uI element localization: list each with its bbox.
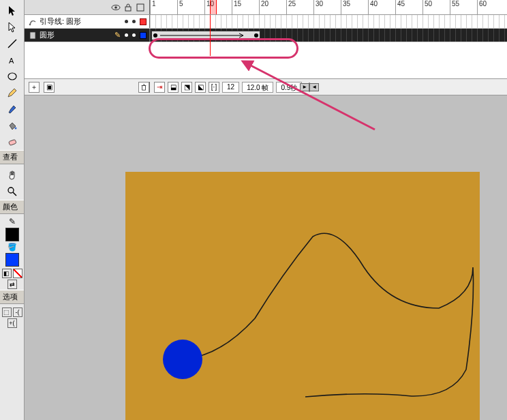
brush-tool[interactable] [3, 102, 21, 117]
ruler-tick: 50 [422, 0, 450, 14]
layer-visible-dot[interactable] [125, 20, 128, 23]
ruler-tick: 45 [395, 0, 422, 14]
color-section-label: 颜色 [0, 200, 24, 214]
options-section-label: 选项 [0, 290, 24, 304]
svg-point-2 [8, 73, 16, 80]
zoom-tool[interactable] [3, 184, 21, 199]
frame-ruler[interactable]: 151015202530354045505560 [150, 0, 507, 14]
ruler-tick: 35 [341, 0, 368, 14]
layer-visible-dot[interactable] [125, 33, 128, 37]
onion-skin-button[interactable]: ⬓ [168, 82, 179, 93]
default-colors-button[interactable]: ◧ [2, 269, 12, 278]
svg-point-11 [29, 23, 31, 25]
ruler-tick: 40 [368, 0, 395, 14]
layer-label-guide[interactable]: 引导线: 圆形 [25, 15, 150, 28]
delete-layer-button[interactable] [138, 82, 149, 93]
guide-layer-icon [29, 18, 37, 26]
svg-rect-10 [137, 4, 144, 11]
current-frame-field: 12 [222, 82, 239, 93]
snap-option-button[interactable]: ⬚ [2, 308, 12, 317]
pencil-active-icon: ✎ [114, 31, 121, 40]
eye-column-icon[interactable] [111, 3, 121, 12]
layer-lock-dot[interactable] [132, 33, 136, 37]
eraser-tool[interactable] [3, 134, 21, 149]
layer-row-shape[interactable]: 圆形 ✎ [25, 29, 507, 42]
layer-name-guide: 引导线: 圆形 [40, 16, 81, 27]
playhead-line [210, 15, 211, 56]
straighten-option-button[interactable]: +( [7, 318, 17, 328]
ruler-tick: 10 [204, 0, 232, 14]
view-section-label: 查看 [0, 150, 24, 164]
timeline-panel: 151015202530354045505560 引导线: 圆形 圆形 ✎ [25, 0, 507, 95]
svg-point-3 [14, 127, 16, 130]
paint-bucket-tool[interactable] [3, 118, 21, 133]
subselection-tool[interactable] [3, 20, 21, 35]
ruler-tick: 15 [232, 0, 259, 14]
layer-frames-guide[interactable] [150, 15, 507, 28]
layer-label-shape[interactable]: 圆形 ✎ [25, 29, 150, 42]
ruler-tick: 20 [259, 0, 286, 14]
timeline-scrollbar[interactable]: ◄ ► [309, 82, 310, 92]
ruler-tick: 30 [313, 0, 341, 14]
outline-column-icon[interactable] [136, 3, 145, 12]
svg-line-0 [8, 40, 16, 48]
new-layer-button[interactable]: ＋ [29, 82, 40, 93]
svg-text:A: A [9, 57, 14, 65]
shape-circle[interactable] [163, 340, 202, 379]
layer-row-guide[interactable]: 引导线: 圆形 [25, 15, 507, 29]
timeline-header: 151015202530354045505560 [25, 0, 507, 15]
stroke-color-swatch[interactable] [5, 228, 19, 241]
no-color-button[interactable] [13, 269, 22, 278]
modify-onion-button[interactable]: [·] [209, 82, 219, 93]
svg-rect-4 [8, 139, 16, 145]
ruler-tick: 55 [450, 0, 477, 14]
layer-column-header [25, 0, 150, 14]
ruler-tick: 25 [286, 0, 313, 14]
edit-multiple-frames-button[interactable]: ⬕ [195, 82, 206, 93]
layer-frames-shape[interactable] [150, 29, 507, 42]
pencil-tool[interactable] [3, 85, 21, 100]
smooth-option-button[interactable]: -( [13, 308, 22, 317]
keyframe-end[interactable] [254, 33, 258, 38]
timeline-status-bar: ＋ ▣ ⇥ ⬓ ⬔ ⬕ [·] 12 12.0 帧 0.9秒 ◄ ► [25, 78, 507, 95]
new-folder-button[interactable]: ▣ [44, 82, 55, 93]
line-tool[interactable] [3, 36, 21, 51]
hand-tool[interactable] [3, 168, 21, 183]
layer-name-shape: 圆形 [40, 30, 55, 40]
playhead[interactable] [210, 0, 217, 14]
ruler-tick: 5 [177, 0, 204, 14]
svg-point-8 [114, 6, 117, 9]
svg-line-6 [13, 192, 16, 196]
layer-outline-swatch[interactable] [140, 18, 147, 25]
stage[interactable] [125, 172, 480, 420]
scroll-right-button[interactable]: ► [300, 83, 309, 91]
onion-skin-outlines-button[interactable]: ⬔ [181, 82, 192, 93]
tween-span[interactable] [151, 31, 260, 40]
page-layer-icon [29, 31, 37, 40]
bucket-swatch-icon: 🪣 [7, 243, 17, 252]
ruler-tick: 60 [477, 0, 504, 14]
oval-tool[interactable] [3, 69, 21, 84]
tools-panel: A 查看 颜色 ✎ 🪣 ◧ ⇄ 选项 ⬚ -( +( [0, 0, 25, 420]
fill-color-swatch[interactable] [5, 253, 19, 267]
elapsed-field: 0.9秒 [276, 82, 302, 93]
svg-rect-9 [125, 7, 131, 11]
layer-lock-dot[interactable] [132, 20, 136, 23]
stage-area[interactable] [25, 95, 507, 420]
fps-field: 12.0 帧 [242, 82, 273, 93]
text-tool[interactable]: A [3, 52, 21, 68]
lock-column-icon[interactable] [123, 3, 133, 12]
selection-tool[interactable] [3, 3, 21, 18]
pencil-swatch-icon: ✎ [9, 217, 16, 226]
scroll-left-button[interactable]: ◄ [309, 83, 319, 91]
layer-outline-swatch[interactable] [140, 32, 147, 39]
motion-path [125, 172, 480, 420]
swap-colors-button[interactable]: ⇄ [7, 280, 17, 289]
svg-point-5 [8, 188, 14, 193]
ruler-tick: 1 [150, 0, 177, 14]
svg-rect-12 [30, 32, 35, 39]
center-frame-button[interactable]: ⇥ [154, 82, 165, 93]
